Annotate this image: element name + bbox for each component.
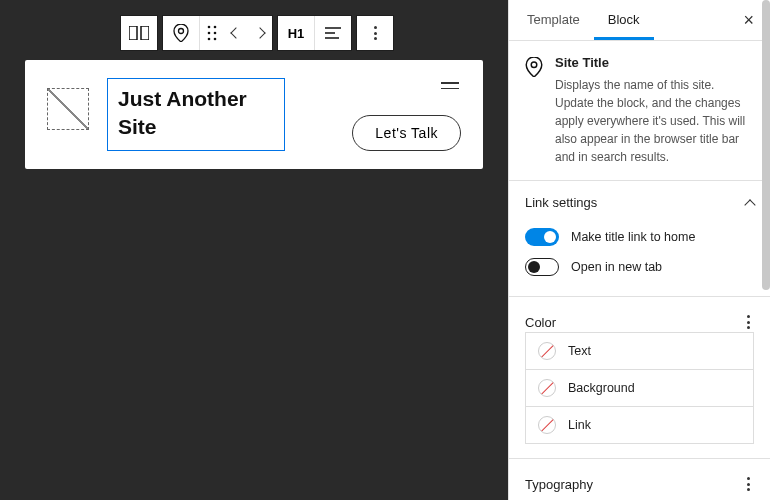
toggle-new-tab-row: Open in new tab [525,252,754,282]
heading-level-button[interactable]: H1 [278,15,314,51]
color-swatch-icon [538,416,556,434]
select-parent-button[interactable] [163,15,199,51]
svg-rect-1 [141,26,149,40]
typography-section: Typography [509,459,770,500]
toggle-new-tab[interactable] [525,258,559,276]
svg-point-7 [208,38,211,41]
scrollbar[interactable] [762,0,770,290]
color-swatch-icon [538,342,556,360]
svg-rect-0 [129,26,137,40]
chevron-up-icon [744,199,755,210]
menu-icon[interactable] [441,78,459,93]
move-left-button[interactable] [224,15,248,51]
dots-vertical-icon[interactable] [743,311,754,333]
svg-point-5 [208,32,211,35]
svg-point-3 [208,26,211,29]
tab-template[interactable]: Template [513,0,594,40]
toggle-label: Make title link to home [571,230,695,244]
toggle-label: Open in new tab [571,260,662,274]
toggle-link-home-row: Make title link to home [525,222,754,252]
color-label: Link [568,418,591,432]
block-description: Displays the name of this site. Update t… [555,76,754,166]
color-header[interactable]: Color [525,311,754,333]
close-sidebar-button[interactable]: × [731,10,766,31]
editor-canvas: H1 Just Another Site Let's Talk [0,0,508,500]
link-settings-section: Link settings Make title link to home Op… [509,181,770,297]
map-pin-icon [525,57,543,166]
cta-button[interactable]: Let's Talk [352,115,461,151]
svg-point-2 [179,29,184,34]
dots-vertical-icon[interactable] [743,473,754,495]
site-logo-placeholder[interactable] [47,88,89,130]
color-link-row[interactable]: Link [525,406,754,444]
link-settings-header[interactable]: Link settings [525,195,754,210]
toggle-link-home[interactable] [525,228,559,246]
move-right-button[interactable] [248,15,272,51]
block-type-button[interactable] [121,15,157,51]
svg-point-8 [214,38,217,41]
tab-block[interactable]: Block [594,0,654,40]
site-title-block[interactable]: Just Another Site [107,78,285,151]
block-toolbar: H1 [120,15,394,51]
color-label: Background [568,381,635,395]
color-background-row[interactable]: Background [525,369,754,407]
align-button[interactable] [315,15,351,51]
drag-handle[interactable] [200,15,224,51]
svg-point-6 [214,32,217,35]
more-options-button[interactable] [357,15,393,51]
page-preview: Just Another Site Let's Talk [25,60,483,169]
typography-header[interactable]: Typography [525,473,754,495]
color-section: Color Text Background Link [509,297,770,459]
block-info-section: Site Title Displays the name of this sit… [509,41,770,181]
svg-point-4 [214,26,217,29]
color-text-row[interactable]: Text [525,332,754,370]
section-title: Color [525,315,556,330]
color-swatch-icon [538,379,556,397]
section-title: Typography [525,477,593,492]
settings-sidebar: Template Block × Site Title Displays the… [508,0,770,500]
section-title: Link settings [525,195,597,210]
dots-vertical-icon [370,22,381,44]
svg-point-12 [531,62,537,68]
block-title: Site Title [555,55,754,70]
sidebar-tabs: Template Block × [509,0,770,41]
color-label: Text [568,344,591,358]
